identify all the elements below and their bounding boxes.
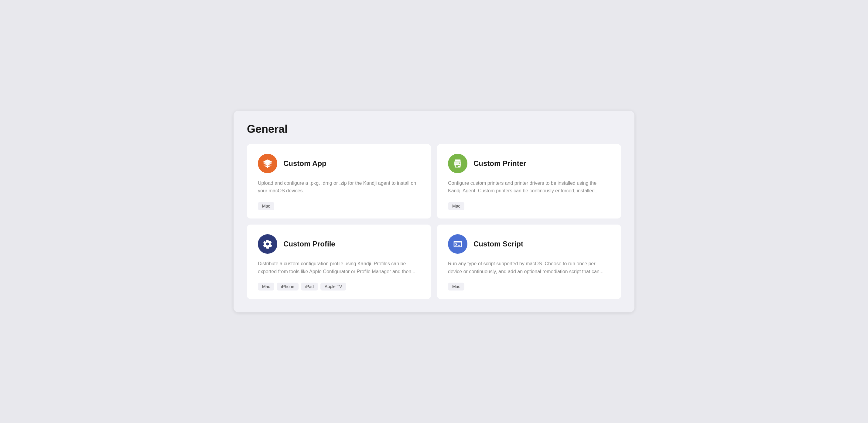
tag-mac: Mac (448, 282, 464, 291)
card-title: Custom Printer (473, 159, 526, 168)
terminal-icon (448, 234, 467, 254)
page-container: General Custom App Upload and configure … (234, 111, 634, 312)
page-title: General (247, 123, 621, 135)
card-custom-script[interactable]: Custom Script Run any type of script sup… (437, 224, 621, 299)
card-title: Custom Script (473, 240, 523, 248)
card-tags: MaciPhoneiPadApple TV (258, 282, 420, 291)
printer-icon (448, 154, 467, 173)
tag-ipad: iPad (301, 282, 318, 291)
svg-rect-2 (455, 164, 461, 168)
svg-rect-4 (456, 166, 458, 167)
card-custom-app[interactable]: Custom App Upload and configure a .pkg, … (247, 144, 431, 218)
box-icon (258, 154, 277, 173)
card-description: Configure custom printers and printer dr… (448, 179, 610, 195)
card-header: Custom Script (448, 234, 610, 254)
svg-rect-3 (456, 165, 460, 165)
card-header: Custom App (258, 154, 420, 173)
svg-rect-0 (455, 159, 461, 161)
tag-iphone: iPhone (277, 282, 299, 291)
card-title: Custom Profile (283, 240, 335, 248)
tag-mac: Mac (258, 202, 274, 210)
tag-mac: Mac (448, 202, 464, 210)
card-header: Custom Printer (448, 154, 610, 173)
card-title: Custom App (283, 159, 327, 168)
card-description: Distribute a custom configuration profil… (258, 260, 420, 275)
cards-grid: Custom App Upload and configure a .pkg, … (247, 144, 621, 299)
card-custom-printer[interactable]: Custom Printer Configure custom printers… (437, 144, 621, 218)
tag-mac: Mac (258, 282, 274, 291)
card-header: Custom Profile (258, 234, 420, 254)
card-custom-profile[interactable]: Custom Profile Distribute a custom confi… (247, 224, 431, 299)
card-tags: Mac (258, 202, 420, 210)
card-description: Upload and configure a .pkg, .dmg or .zi… (258, 179, 420, 195)
svg-point-5 (459, 162, 460, 163)
card-tags: Mac (448, 282, 610, 291)
tag-apple-tv: Apple TV (320, 282, 346, 291)
gear-icon (258, 234, 277, 254)
card-tags: Mac (448, 202, 610, 210)
card-description: Run any type of script supported by macO… (448, 260, 610, 275)
